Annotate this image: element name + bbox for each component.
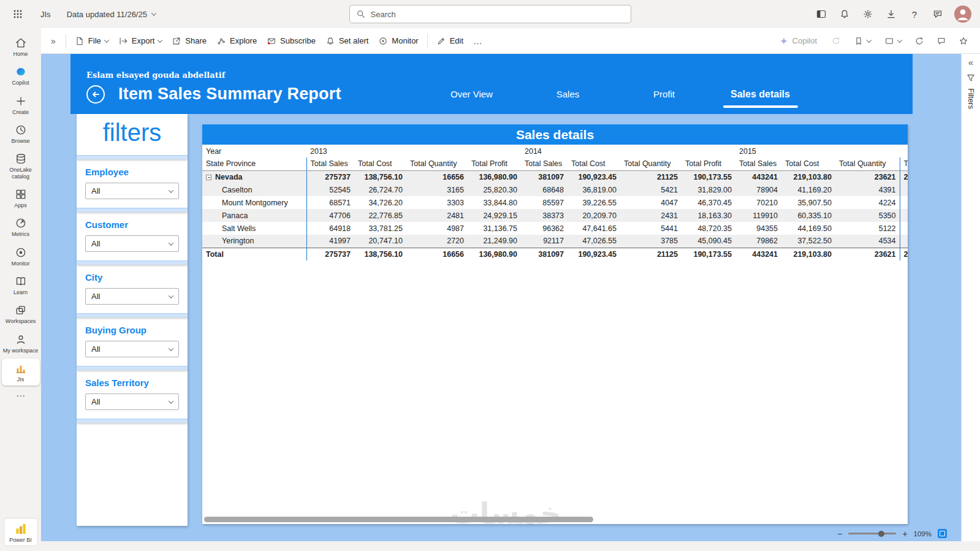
value-cell: 39,226.55 (568, 196, 620, 209)
bookmarks-button[interactable] (849, 32, 876, 50)
table-row-mount-montgomery[interactable]: Mount Montgomery6857134,726.20330333,844… (202, 196, 908, 209)
table-row-salt-wells[interactable]: Salt Wells6491833,781.25498731,136.75963… (202, 222, 908, 235)
nav-item-apps[interactable]: Apps (2, 184, 40, 211)
expand-nav-button[interactable]: » (45, 34, 62, 48)
share-button[interactable]: Share (167, 32, 211, 50)
back-button[interactable] (86, 85, 105, 104)
report-tab-sales-details[interactable]: Sales details (712, 89, 808, 100)
download-button[interactable] (882, 5, 900, 23)
value-cell: 47,641.65 (568, 222, 620, 235)
help-button[interactable]: ? (905, 5, 924, 23)
nav-item-label: Metrics (12, 231, 29, 237)
nav-item-workspaces[interactable]: Workspaces (2, 300, 40, 327)
value-cell: 190,173.55 (682, 248, 735, 260)
comment-icon (936, 36, 946, 46)
comments-button[interactable] (932, 32, 951, 50)
table-row-caselton[interactable]: Caselton5254526,724.70316525,820.3068648… (202, 183, 908, 196)
learn-icon (15, 275, 27, 287)
report-tab-over-view[interactable]: Over View (424, 89, 520, 100)
value-cell: 22,776.85 (354, 209, 406, 222)
scrollbar-thumb[interactable] (204, 517, 593, 522)
favorite-button[interactable] (954, 32, 973, 50)
value-cell: 2 (900, 170, 908, 183)
active-tab-underline (723, 105, 798, 108)
fit-to-page-button[interactable] (938, 529, 947, 538)
tab-label: Sales (556, 89, 580, 99)
copilot-button[interactable]: Copilot (773, 33, 823, 49)
filter-dropdown-employee[interactable]: All (85, 183, 179, 199)
subscribe-label: Subscribe (280, 36, 316, 45)
value-cell (900, 222, 908, 235)
zoom-slider[interactable] (848, 533, 896, 534)
funnel-icon[interactable] (966, 73, 976, 83)
value-cell: 136,980.90 (468, 170, 521, 183)
table-row-panaca[interactable]: Panaca4770622,776.85248124,929.153837320… (202, 209, 908, 222)
value-cell: 68648 (521, 183, 568, 196)
export-icon (118, 36, 128, 46)
data-updated-dropdown[interactable]: Data updated 11/26/25 (62, 6, 161, 23)
collapse-row-icon[interactable] (206, 175, 211, 180)
nav-item-metrics[interactable]: Metrics (2, 213, 40, 240)
table-row-total[interactable]: Total275737138,756.1016656136,980.903810… (202, 248, 908, 260)
nav-item-monitor[interactable]: Monitor (2, 243, 40, 270)
toolbar-more-button[interactable]: … (468, 33, 487, 48)
nav-item-create[interactable]: Create (2, 91, 40, 118)
power-bi-button[interactable]: Power BI (4, 518, 38, 546)
value-cell: 60,335.10 (781, 209, 835, 222)
report-canvas: Eslam elsayed gouda abdellatif Item Sale… (41, 54, 961, 541)
expand-filters-button[interactable]: « (968, 57, 973, 67)
arrow-left-icon (91, 89, 101, 99)
filter-dropdown-sales-territory[interactable]: All (85, 393, 179, 410)
view-button[interactable] (879, 32, 906, 50)
chevron-down-icon (169, 240, 173, 245)
export-menu-button[interactable]: Export (113, 32, 167, 50)
search-input[interactable] (371, 10, 625, 19)
column-header-row: State ProvinceTotal SalesTotal CostTotal… (202, 158, 908, 170)
filters-pane-label: Filters (967, 88, 975, 109)
value-cell: 138,756.10 (354, 248, 406, 260)
zoom-out-button[interactable]: − (837, 530, 842, 538)
value-cell: 36,819.00 (568, 183, 620, 196)
table-row-nevada[interactable]: Nevada275737138,756.1016656136,980.90381… (202, 170, 908, 183)
copilot-history-button[interactable] (827, 32, 845, 50)
zoom-slider-thumb[interactable] (878, 531, 884, 537)
year-header-row: Year201320142015 (202, 145, 908, 158)
nav-item-learn[interactable]: Learn (2, 272, 40, 298)
filter-dropdown-city[interactable]: All (85, 288, 179, 305)
workspace-badge[interactable]: JIs (40, 10, 51, 19)
horizontal-scrollbar[interactable] (204, 517, 906, 522)
app-launcher-button[interactable] (9, 5, 27, 23)
nav-pane-toggle-button[interactable] (812, 5, 830, 23)
subscribe-button[interactable]: Subscribe (262, 32, 321, 50)
power-bi-label: Power BI (9, 537, 32, 543)
monitor-button[interactable]: Monitor (373, 32, 423, 50)
account-avatar[interactable] (954, 6, 971, 23)
edit-button[interactable]: Edit (431, 32, 468, 50)
report-tab-profit[interactable]: Profit (616, 89, 712, 100)
nav-more-button[interactable]: ⋯ (16, 390, 25, 401)
report-tab-sales[interactable]: Sales (520, 89, 616, 100)
notifications-button[interactable] (835, 5, 854, 23)
bell-icon (839, 9, 850, 20)
filter-label: City (85, 272, 179, 283)
refresh-button[interactable] (910, 32, 929, 50)
nav-item-jis[interactable]: JIs (2, 359, 40, 386)
nav-item-copilot[interactable]: Copilot (2, 62, 40, 89)
filter-dropdown-customer[interactable]: All (85, 235, 179, 252)
nav-item-browse[interactable]: Browse (2, 120, 40, 147)
file-menu-button[interactable]: File (70, 32, 113, 50)
nav-item-label: Home (13, 51, 28, 57)
value-cell: 44,169.50 (781, 222, 835, 235)
share-icon (172, 36, 181, 46)
zoom-in-button[interactable]: + (902, 530, 907, 538)
nav-item-home[interactable]: Home (2, 33, 40, 60)
set-alert-button[interactable]: Set alert (321, 32, 373, 50)
subscribe-icon (267, 36, 276, 46)
table-row-yerington[interactable]: Yerington4199720,747.10272021,249.909211… (202, 235, 908, 248)
nav-item-onelake-catalog[interactable]: OneLake catalog (2, 149, 40, 183)
nav-item-my-workspace[interactable]: My workspace (2, 330, 40, 357)
feedback-button[interactable] (929, 5, 947, 23)
settings-button[interactable] (859, 5, 877, 23)
filter-dropdown-buying-group[interactable]: All (85, 341, 179, 357)
explore-button[interactable]: Explore (211, 32, 262, 50)
